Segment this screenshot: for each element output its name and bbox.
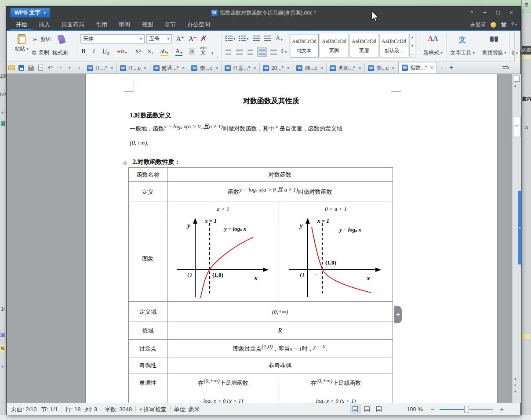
close-icon[interactable]: × xyxy=(287,65,290,71)
close-icon[interactable]: × xyxy=(358,65,361,71)
bold-button[interactable]: B xyxy=(81,48,85,55)
style-header[interactable]: AaBbCcDd页眉 xyxy=(349,34,378,58)
tab-page-layout[interactable]: 页面布局 xyxy=(56,19,90,30)
decrease-indent-icon[interactable] xyxy=(253,36,260,41)
styles-scroll-up-icon[interactable]: ▴ xyxy=(411,35,414,39)
numbering-icon[interactable] xyxy=(239,36,246,41)
text-tool-button[interactable]: 文 文字工具▾ xyxy=(449,33,476,59)
page-view-button[interactable] xyxy=(350,405,360,414)
close-button[interactable]: × xyxy=(505,7,518,19)
skin-icon[interactable] xyxy=(501,22,507,27)
close-icon[interactable]: × xyxy=(182,65,185,71)
styles-more-icon[interactable]: ⌄ xyxy=(411,52,414,56)
status-spellcheck[interactable]: 拼写检查 xyxy=(144,406,167,413)
status-column[interactable]: 列: 3 xyxy=(85,406,97,413)
tab-section[interactable]: 章节 xyxy=(159,19,182,30)
close-icon[interactable]: × xyxy=(392,65,395,71)
status-page[interactable]: 页面: 2/10 xyxy=(11,406,37,413)
zoom-slider-track[interactable] xyxy=(440,409,493,410)
zoom-slider-thumb[interactable] xyxy=(464,406,469,413)
text-effect-button[interactable]: A▾ xyxy=(276,35,283,42)
select-browse-object-icon[interactable]: ○ xyxy=(514,382,516,387)
background-window-right[interactable]: 皇 的搜 葳内 A xyxy=(521,0,531,415)
style-plain-text[interactable]: AaBbCcDd纯文本 xyxy=(290,34,319,58)
tabs-scroll-right-button[interactable]: › xyxy=(437,62,447,73)
font-size-select[interactable]: 五号▾ xyxy=(146,34,172,43)
tab-view[interactable]: 视图 xyxy=(136,19,159,30)
close-icon[interactable]: × xyxy=(430,65,433,71)
cut-button[interactable]: ✂ 剪切 xyxy=(33,36,51,43)
quick-access-more-button[interactable]: ▾ xyxy=(65,62,74,73)
maximize-button[interactable]: □ xyxy=(491,7,505,19)
login-status[interactable]: 未登录 xyxy=(470,21,486,29)
doc-tab[interactable]: W湖...c× xyxy=(365,63,398,73)
paragraph-dialog-launcher-icon[interactable] xyxy=(279,56,282,59)
status-line[interactable]: 行: 18 xyxy=(65,406,81,413)
close-icon[interactable]: × xyxy=(253,65,256,71)
doc-tab[interactable]: W湖...c× xyxy=(293,63,327,73)
justify-button[interactable] xyxy=(257,47,267,57)
status-word-count[interactable]: 字数: 3048 xyxy=(105,406,132,413)
previous-page-icon[interactable]: ▴ xyxy=(514,376,516,380)
char-shading-button[interactable]: A xyxy=(189,48,195,55)
zoom-in-button[interactable]: + xyxy=(500,406,504,413)
align-right-icon[interactable] xyxy=(247,50,253,54)
style-default-para[interactable]: AaBbCcDd默认段... xyxy=(379,34,408,58)
tab-home[interactable]: 开始 xyxy=(10,19,33,30)
document-page[interactable]: 对数函数及其性质 1.对数函数定义 一般地，函数y = logₐ x(a > 0… xyxy=(85,74,498,403)
open-button[interactable] xyxy=(7,62,16,73)
help-icon[interactable]: ? xyxy=(511,22,514,28)
tab-insert[interactable]: 插入 xyxy=(33,19,56,30)
doc-tab[interactable]: W江...c× xyxy=(117,63,150,73)
doc-tab[interactable]: W江...*× xyxy=(84,63,117,73)
clear-format-button[interactable]: A xyxy=(201,35,206,42)
scroll-up-icon[interactable]: ▴ xyxy=(514,83,516,88)
close-icon[interactable]: × xyxy=(110,65,113,71)
properties-table[interactable]: 函数名称 对数函数 定义 函数y = logₐ x(a > 0 且 a ≠ 1)… xyxy=(128,167,393,403)
styles-scroll-down-icon[interactable]: ▾ xyxy=(411,44,414,48)
font-color-button[interactable]: A▾ xyxy=(175,48,182,56)
doc-tab[interactable]: W南通...*× xyxy=(150,63,189,73)
task-pane-toggle-icon[interactable]: ▸ xyxy=(516,51,519,55)
find-replace-button[interactable]: 查找替换▾ xyxy=(480,33,508,59)
underline-button[interactable]: U▾ xyxy=(102,48,109,55)
table-move-handle[interactable]: ✥ xyxy=(123,160,127,167)
superscript-button[interactable]: X² xyxy=(135,48,141,55)
doc-tab[interactable]: W崇...c× xyxy=(188,63,222,73)
redo-button[interactable]: ↷ xyxy=(55,62,65,73)
next-page-icon[interactable]: ▾ xyxy=(514,389,516,394)
line-spacing-button[interactable]: ⇕▾ xyxy=(280,48,287,54)
collapse-ribbon-button[interactable]: ^ xyxy=(465,7,478,19)
align-center-icon[interactable] xyxy=(236,50,243,54)
tab-references[interactable]: 引用 xyxy=(90,19,113,30)
wps-app-button[interactable]: WPS 文字 ▾ xyxy=(10,8,50,18)
style-footer[interactable]: AaBbCcDd页脚 xyxy=(320,34,349,58)
zoom-level[interactable]: 100 % xyxy=(407,406,423,413)
tab-review[interactable]: 审阅 xyxy=(113,19,136,30)
table-add-row-handle[interactable]: + xyxy=(394,306,402,323)
status-section[interactable]: 节: 1/1 xyxy=(41,406,58,413)
doc-tab-active[interactable]: W指数...*× xyxy=(398,62,437,73)
save-button[interactable] xyxy=(16,62,26,73)
strikethrough-button[interactable]: AB▾ xyxy=(116,48,127,55)
new-style-button[interactable]: AA 新样式▾ xyxy=(421,33,445,59)
font-dialog-launcher-icon[interactable] xyxy=(215,56,218,59)
background-window-left[interactable]: 10/ 0/2 ↶ 1/ bo 板 ↶ xyxy=(0,6,6,415)
highlight-color-button[interactable]: ab▾ xyxy=(160,48,168,56)
align-left-icon[interactable] xyxy=(225,50,231,54)
tab-list-button[interactable]: ▾ xyxy=(501,62,511,73)
close-icon[interactable]: × xyxy=(215,65,218,71)
close-icon[interactable]: × xyxy=(144,65,147,71)
doc-tab[interactable]: W江苏...*× xyxy=(222,63,260,73)
scrollbar-thumb[interactable] xyxy=(513,116,520,137)
font-name-select[interactable]: 宋体▾ xyxy=(80,34,145,43)
side-pane-pull-tab[interactable]: ◂ xyxy=(518,191,521,264)
ruler-toggle-icon[interactable] xyxy=(514,76,520,82)
doc-tab[interactable]: W20...*× xyxy=(260,63,293,73)
print-preview-button[interactable] xyxy=(36,62,45,73)
grow-font-button[interactable]: A⁺ xyxy=(176,35,185,43)
tabs-scroll-left-button[interactable]: ‹ xyxy=(74,62,84,73)
copy-button[interactable]: ⧉ 复制 xyxy=(32,49,49,56)
subscript-button[interactable]: X₂ xyxy=(147,48,153,55)
new-tab-button[interactable]: + xyxy=(447,62,456,73)
